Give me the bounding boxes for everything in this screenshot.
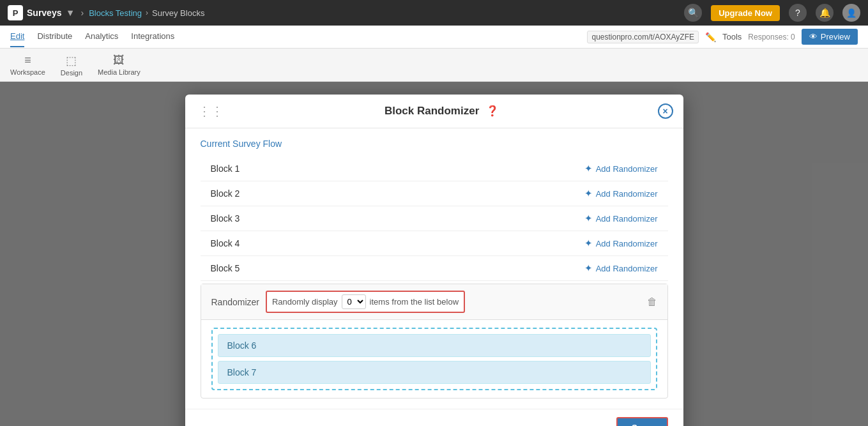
drag-handle-icon[interactable]: ⋮⋮ bbox=[198, 103, 224, 119]
workspace-tool[interactable]: ≡ Workspace bbox=[10, 54, 45, 76]
block-row-4: Block 4 ✦ Add Randomizer bbox=[201, 231, 668, 256]
nav-edit[interactable]: Edit bbox=[10, 26, 24, 47]
block-1-label: Block 1 bbox=[211, 164, 584, 174]
randomizer-header: Randomizer Randomly display 0 1 2 items … bbox=[201, 284, 667, 320]
responses-label: Responses: 0 bbox=[748, 33, 795, 42]
tools-button[interactable]: Tools bbox=[722, 32, 742, 42]
media-icon: 🖼 bbox=[113, 54, 125, 67]
design-label: Design bbox=[61, 69, 82, 77]
randomly-display-text: Randomly display bbox=[272, 297, 338, 307]
top-navigation: P Surveys ▾ › Blocks Testing › Survey Bl… bbox=[0, 0, 868, 26]
nav-chevron-icon: ▾ bbox=[68, 7, 73, 19]
eye-icon: 👁 bbox=[809, 32, 818, 42]
block-row-1: Block 1 ✦ Add Randomizer bbox=[201, 156, 668, 181]
randomizer-block-6: Block 6 bbox=[218, 334, 651, 357]
media-library-tool[interactable]: 🖼 Media Library bbox=[98, 54, 141, 76]
nav-distribute[interactable]: Distribute bbox=[37, 26, 72, 47]
randomizer-icon-5: ✦ bbox=[584, 262, 593, 274]
nav-analytics[interactable]: Analytics bbox=[85, 26, 118, 47]
current-flow-label: Current Survey Flow bbox=[201, 139, 668, 149]
modal-overlay: ⋮⋮ Block Randomizer ❓ × Current Survey F… bbox=[0, 82, 868, 426]
workspace-label: Workspace bbox=[10, 68, 45, 76]
modal-help-icon[interactable]: ❓ bbox=[486, 105, 499, 116]
randomizer-text-box: Randomly display 0 1 2 items from the li… bbox=[266, 291, 465, 313]
randomizer-icon-3: ✦ bbox=[584, 213, 593, 224]
block-2-label: Block 2 bbox=[211, 188, 584, 199]
modal-title: Block Randomizer ❓ bbox=[232, 105, 651, 118]
randomizer-count-select[interactable]: 0 1 2 bbox=[342, 294, 366, 309]
survey-url[interactable]: questionpro.com/t/AOXAyZFE bbox=[587, 31, 699, 43]
block-4-label: Block 4 bbox=[211, 238, 584, 248]
modal-footer: Save bbox=[185, 409, 683, 426]
design-icon: ⬚ bbox=[66, 54, 77, 68]
block-row-2: Block 2 ✦ Add Randomizer bbox=[201, 181, 668, 206]
edit-url-icon[interactable]: ✏️ bbox=[705, 32, 716, 42]
save-button[interactable]: Save bbox=[616, 417, 668, 426]
second-navigation: Edit Distribute Analytics Integrations q… bbox=[0, 26, 868, 49]
block-row-3: Block 3 ✦ Add Randomizer bbox=[201, 206, 668, 231]
randomizer-icon-1: ✦ bbox=[584, 163, 593, 174]
search-icon[interactable]: 🔍 bbox=[684, 4, 702, 22]
nav-integrations[interactable]: Integrations bbox=[131, 26, 174, 47]
modal-body: Current Survey Flow Block 1 ✦ Add Random… bbox=[185, 128, 683, 409]
preview-button[interactable]: 👁 Preview bbox=[802, 29, 858, 45]
logo-icon: P bbox=[8, 5, 23, 20]
toolbar: ≡ Workspace ⬚ Design 🖼 Media Library bbox=[0, 49, 868, 82]
block-3-label: Block 3 bbox=[211, 213, 584, 224]
delete-randomizer-icon[interactable]: 🗑 bbox=[647, 296, 657, 308]
breadcrumb-survey-blocks: Survey Blocks bbox=[152, 8, 204, 18]
randomizer-block-7: Block 7 bbox=[218, 361, 651, 384]
logo-area[interactable]: P Surveys ▾ bbox=[8, 5, 75, 20]
notifications-icon[interactable]: 🔔 bbox=[816, 4, 834, 22]
current-label: Current bbox=[201, 139, 233, 149]
add-randomizer-btn-1[interactable]: ✦ Add Randomizer bbox=[584, 163, 658, 174]
add-randomizer-btn-2[interactable]: ✦ Add Randomizer bbox=[584, 188, 658, 199]
block-randomizer-modal: ⋮⋮ Block Randomizer ❓ × Current Survey F… bbox=[185, 95, 683, 426]
add-randomizer-btn-4[interactable]: ✦ Add Randomizer bbox=[584, 238, 658, 249]
add-randomizer-btn-5[interactable]: ✦ Add Randomizer bbox=[584, 262, 658, 274]
randomizer-items-container: Block 6 Block 7 bbox=[211, 328, 657, 390]
media-label: Media Library bbox=[98, 68, 141, 76]
breadcrumb-sep-2: › bbox=[146, 8, 148, 17]
avatar-icon[interactable]: 👤 bbox=[842, 4, 860, 22]
modal-close-button[interactable]: × bbox=[658, 103, 673, 119]
items-from-list-text: items from the list below bbox=[370, 297, 459, 307]
randomizer-icon-4: ✦ bbox=[584, 238, 593, 249]
block-row-5: Block 5 ✦ Add Randomizer bbox=[201, 256, 668, 281]
surveys-label: Surveys bbox=[27, 8, 61, 18]
breadcrumb-sep-1: › bbox=[80, 8, 84, 18]
upgrade-button[interactable]: Upgrade Now bbox=[711, 5, 780, 21]
randomizer-icon-2: ✦ bbox=[584, 188, 593, 199]
design-tool[interactable]: ⬚ Design bbox=[61, 54, 82, 77]
workspace-icon: ≡ bbox=[24, 54, 31, 67]
breadcrumb-blocks-testing[interactable]: Blocks Testing bbox=[89, 8, 142, 18]
block-5-label: Block 5 bbox=[211, 263, 584, 273]
randomizer-section: Randomizer Randomly display 0 1 2 items … bbox=[201, 284, 668, 399]
main-content: Survey Bl ✕ Block 1 Q1 At what pri At wh… bbox=[0, 82, 868, 426]
modal-header: ⋮⋮ Block Randomizer ❓ × bbox=[185, 95, 683, 128]
randomizer-label: Randomizer bbox=[211, 297, 259, 307]
help-icon[interactable]: ? bbox=[789, 4, 807, 22]
second-nav-right: questionpro.com/t/AOXAyZFE ✏️ Tools Resp… bbox=[587, 29, 858, 45]
top-nav-right: 🔍 Upgrade Now ? 🔔 👤 bbox=[684, 4, 860, 22]
add-randomizer-btn-3[interactable]: ✦ Add Randomizer bbox=[584, 213, 658, 224]
